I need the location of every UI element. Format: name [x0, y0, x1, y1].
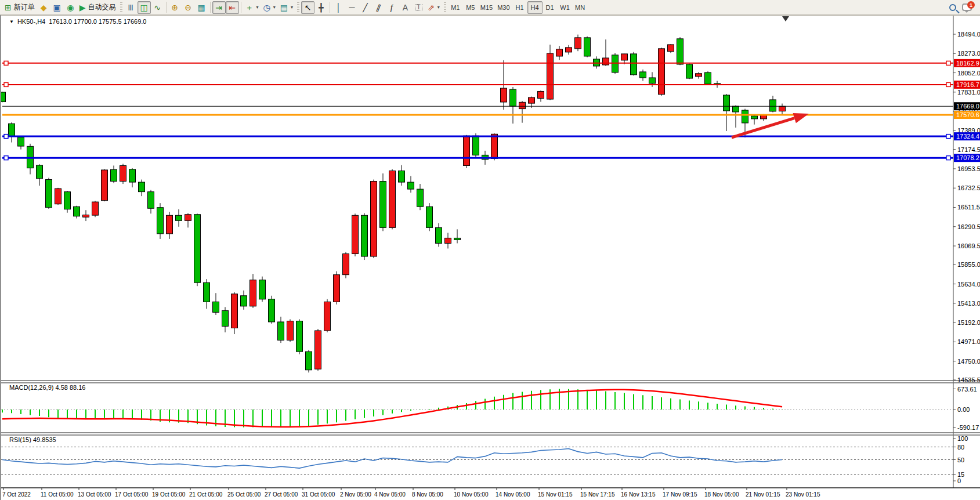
chart-shift-button[interactable]: ⇤ — [226, 1, 239, 14]
cursor-button[interactable]: ↖ — [301, 1, 314, 14]
svg-text:16290.5: 16290.5 — [957, 223, 980, 230]
text-button[interactable]: A — [399, 1, 412, 14]
candle — [55, 188, 62, 205]
fibonacci-icon: ƒ — [390, 3, 395, 12]
candle — [724, 94, 730, 131]
timeframe-w1[interactable]: W1 — [558, 1, 573, 14]
timeframe-m5[interactable]: M5 — [463, 1, 478, 14]
crosshair-icon: ╋ — [319, 3, 323, 12]
crosshair-button[interactable]: ╋ — [314, 1, 328, 14]
toolbar-grip[interactable] — [444, 2, 446, 13]
signals-button[interactable]: ◉ — [64, 1, 77, 14]
svg-text:16732.5: 16732.5 — [957, 184, 980, 191]
rsi-indicator-label: RSI(15) 49.8535 — [9, 436, 56, 443]
chat-icon[interactable]: 1 — [962, 3, 972, 11]
bar-chart-button[interactable]: Ⅲ — [124, 1, 138, 14]
text-icon: A — [403, 3, 408, 12]
timeframe-h4[interactable]: H4 — [527, 1, 543, 14]
svg-text:18494.0: 18494.0 — [957, 31, 980, 38]
collapse-arrow-icon[interactable]: ▼ — [9, 19, 14, 24]
svg-text:0.00: 0.00 — [957, 406, 970, 413]
horizontal-line[interactable] — [2, 82, 953, 86]
templates-button[interactable]: ▤▾ — [278, 1, 295, 14]
horizontal-line-button[interactable]: ─ — [345, 1, 359, 14]
chevron-down-icon[interactable]: ▾ — [437, 5, 440, 10]
svg-text:16069.5: 16069.5 — [957, 242, 980, 249]
vertical-line-button[interactable]: │ — [332, 1, 345, 14]
candles — [1, 35, 786, 373]
zoom-out-button[interactable]: ⊖ — [182, 1, 195, 14]
candle — [129, 168, 136, 187]
chevron-down-icon[interactable]: ▾ — [291, 5, 293, 10]
timeframe-h1[interactable]: H1 — [512, 1, 527, 14]
candle — [157, 203, 164, 239]
auto-scroll-button[interactable]: ⇥ — [212, 1, 226, 14]
chart-canvas[interactable]: 18494.018273.018052.017831.017610.517389… — [1, 15, 980, 500]
arrows-icon: ⇗ — [428, 3, 435, 12]
new-order-button-label: 新订单 — [14, 2, 35, 12]
toolbar-grip[interactable] — [297, 2, 299, 13]
metaeditor-button[interactable]: ◆ — [37, 1, 50, 14]
candle — [269, 296, 275, 324]
vertical-line-icon: │ — [336, 3, 341, 12]
candle — [83, 210, 89, 221]
svg-text:19 Oct 05:00: 19 Oct 05:00 — [152, 491, 186, 498]
fibonacci-button[interactable]: ƒ — [385, 1, 399, 14]
pane-separator[interactable] — [1, 433, 980, 435]
svg-text:17669.0: 17669.0 — [956, 103, 979, 110]
line-chart-button[interactable]: ∿ — [151, 1, 164, 14]
toolbar-right: 1 — [949, 3, 978, 11]
candle — [194, 213, 201, 286]
timeframe-mn[interactable]: MN — [573, 1, 588, 14]
new-order-button[interactable]: ⊞新订单 — [2, 1, 37, 14]
candle — [380, 173, 386, 231]
candle — [343, 252, 349, 278]
svg-text:23 Nov 01:15: 23 Nov 01:15 — [786, 491, 820, 498]
svg-text:21 Nov 01:15: 21 Nov 01:15 — [746, 491, 780, 498]
chevron-down-icon[interactable]: ▾ — [256, 5, 259, 10]
horizontal-line[interactable] — [2, 156, 953, 160]
candle — [176, 209, 182, 227]
arrows-button[interactable]: ⇗▾ — [425, 1, 442, 14]
candle — [74, 206, 80, 219]
timeframe-m30[interactable]: M30 — [495, 1, 512, 14]
market-button[interactable]: ▣ — [50, 1, 64, 14]
timeframe-d1[interactable]: D1 — [543, 1, 558, 14]
autotrading-button[interactable]: ▶自动交易 — [77, 1, 118, 14]
timeframe-m1[interactable]: M1 — [448, 1, 463, 14]
candle — [278, 317, 284, 343]
toolbar-grip[interactable] — [120, 2, 122, 13]
svg-text:16511.5: 16511.5 — [957, 204, 980, 211]
search-icon[interactable] — [949, 4, 956, 11]
svg-text:16953.5: 16953.5 — [957, 165, 980, 172]
channel-icon: ∥ — [375, 3, 382, 12]
svg-text:14750.0: 14750.0 — [957, 358, 980, 365]
svg-text:80: 80 — [957, 444, 964, 451]
time-axis: 7 Oct 202211 Oct 05:0013 Oct 05:0017 Oct… — [2, 488, 820, 498]
periods-button[interactable]: ◷▾ — [261, 1, 278, 14]
candle — [46, 178, 52, 209]
chart-shift-marker[interactable] — [782, 16, 789, 21]
pane-separator[interactable] — [1, 381, 980, 383]
channel-button[interactable]: ∥ — [372, 1, 385, 14]
chart-window[interactable]: 18494.018273.018052.017831.017610.517389… — [0, 15, 980, 500]
indicators-button[interactable]: ＋▾ — [243, 1, 261, 14]
candlestick-button[interactable]: ◫ — [138, 1, 151, 14]
chevron-down-icon[interactable]: ▾ — [273, 5, 276, 10]
candle — [92, 201, 99, 217]
horizontal-line[interactable] — [2, 61, 953, 65]
timeframe-m15[interactable]: M15 — [478, 1, 495, 14]
svg-text:15855.0: 15855.0 — [957, 261, 980, 268]
trendline-button[interactable]: ╱ — [359, 1, 372, 14]
text-label-button[interactable]: T — [412, 1, 425, 14]
svg-text:16 Nov 13:15: 16 Nov 13:15 — [621, 491, 656, 498]
tile-windows-button[interactable]: ▦ — [195, 1, 208, 14]
notification-badge: 1 — [967, 1, 975, 9]
zoom-in-button[interactable]: ⊕ — [168, 1, 182, 14]
svg-text:27 Oct 05:00: 27 Oct 05:00 — [265, 491, 298, 498]
candle — [408, 176, 414, 193]
candle — [733, 106, 739, 128]
candle — [696, 72, 702, 78]
candle — [668, 44, 674, 53]
bar-chart-icon: Ⅲ — [128, 3, 133, 12]
